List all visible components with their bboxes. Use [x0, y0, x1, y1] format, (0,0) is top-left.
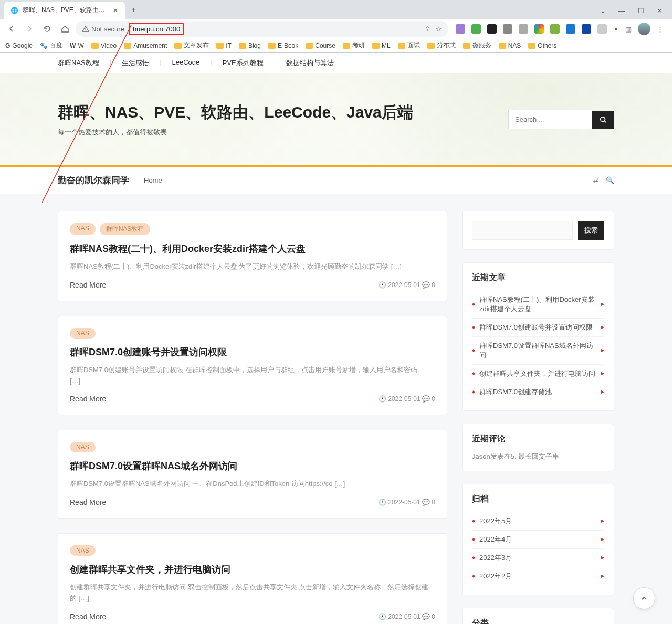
ext-icon[interactable] — [597, 24, 607, 34]
bookmark-item[interactable]: 分布式 — [427, 41, 456, 50]
bookmark-item[interactable]: Video — [91, 42, 117, 49]
list-item-label: 2022年2月 — [479, 572, 597, 581]
ext-icon[interactable] — [519, 24, 528, 34]
panel-icon[interactable]: ▥ — [625, 25, 632, 33]
brand-title: 勤奋的凯尔森同学 — [58, 174, 129, 186]
new-tab-button[interactable]: ＋ — [125, 1, 142, 19]
comment-item[interactable]: Jason发表在5. 最长回文子串 — [472, 452, 604, 461]
bookmark-item[interactable]: 微服务 — [463, 41, 491, 50]
svg-point-1 — [601, 117, 605, 121]
list-item[interactable]: ◆群晖DSM7.0创建账号并设置访问权限▶ — [472, 319, 604, 337]
post-title[interactable]: 创建群晖共享文件夹，并进行电脑访问 — [70, 563, 435, 576]
nav-home[interactable]: Home — [144, 176, 162, 184]
ext-icon[interactable] — [503, 24, 512, 34]
security-indicator[interactable]: Not secure — [82, 25, 124, 33]
post-title[interactable]: 群晖NAS教程(二十)、利用Docker安装zdir搭建个人云盘 — [70, 242, 435, 255]
sticky-bar: 勤奋的凯尔森同学 Home ⇄ 🔍 — [0, 167, 672, 194]
read-more-link[interactable]: Read More — [70, 498, 106, 506]
list-item[interactable]: ◆2022年4月▶ — [472, 531, 604, 549]
folder-icon — [216, 43, 224, 49]
close-window-icon[interactable]: ✕ — [657, 7, 663, 15]
post-meta: 🕐 2022-05-01 💬 0 — [379, 395, 435, 403]
ext-icon[interactable] — [471, 24, 481, 34]
chevron-down-icon[interactable]: ⌄ — [600, 7, 606, 15]
bookmark-item[interactable]: Blog — [239, 42, 261, 49]
menu-icon[interactable]: ⋮ — [657, 25, 664, 33]
bullet-icon: ◆ — [472, 555, 475, 560]
close-tab-icon[interactable]: ✕ — [112, 7, 119, 14]
list-item-label: 群晖NAS教程(二十)、利用Docker安装zdir搭建个人云盘 — [479, 295, 597, 314]
sidebar-search-input[interactable] — [472, 221, 573, 240]
bookmark-item[interactable]: GGoogle — [5, 42, 33, 49]
list-item-label: 2022年5月 — [479, 516, 597, 526]
topnav-item[interactable]: 数据结构与算法 — [286, 58, 334, 68]
minimize-icon[interactable]: — — [618, 7, 625, 15]
bookmark-item[interactable]: Course — [306, 42, 335, 49]
post-excerpt: 创建群晖共享文件夹，并进行电脑访问 双击控制面板，然后点击共享文件夹 点击新增，… — [70, 582, 435, 604]
list-item[interactable]: ◆2022年3月▶ — [472, 549, 604, 567]
star-icon[interactable]: ☆ — [436, 25, 442, 33]
profile-avatar[interactable] — [638, 23, 650, 35]
search-button[interactable] — [592, 111, 614, 129]
ext-icon[interactable] — [582, 24, 591, 34]
post-tag[interactable]: NAS — [70, 545, 96, 556]
folder-icon — [528, 43, 536, 49]
list-item[interactable]: ◆群晖NAS教程(二十)、利用Docker安装zdir搭建个人云盘▶ — [472, 291, 604, 319]
bookmark-item[interactable]: Amusement — [124, 42, 167, 49]
post-title[interactable]: 群晖DSM7.0设置群晖NAS域名外网访问 — [70, 460, 435, 472]
list-item[interactable]: ◆群晖DSM7.0设置群晖NAS域名外网访问▶ — [472, 337, 604, 365]
search-input[interactable] — [508, 110, 592, 129]
read-more-link[interactable]: Read More — [70, 395, 106, 403]
widget-title-recent: 近期文章 — [472, 272, 604, 283]
post-tag[interactable]: NAS — [70, 328, 96, 339]
bookmark-item[interactable]: NAS — [499, 42, 521, 49]
topnav-item[interactable]: 生活感悟 — [122, 58, 149, 68]
bookmark-item[interactable]: E-Book — [268, 42, 298, 49]
chevron-right-icon: ▶ — [601, 389, 604, 394]
random-icon[interactable]: ⇄ — [593, 176, 598, 184]
list-item[interactable]: ◆2022年2月▶ — [472, 567, 604, 585]
bookmark-item[interactable]: 面试 — [398, 41, 420, 50]
address-bar[interactable]: Not secure huerpu.cn:7000 ⇪ ☆ — [76, 21, 448, 37]
active-tab[interactable]: 🌐 群晖、NAS、PVE、软路由、Le… ✕ — [4, 2, 125, 19]
scroll-top-button[interactable] — [633, 587, 655, 609]
reload-button[interactable] — [40, 22, 55, 36]
ext-icon[interactable] — [456, 24, 465, 34]
ext-icon[interactable] — [550, 24, 560, 34]
maximize-icon[interactable]: ☐ — [638, 7, 644, 15]
topnav-item[interactable]: LeeCode — [172, 58, 200, 68]
list-item[interactable]: ◆2022年5月▶ — [472, 512, 604, 531]
topnav-item[interactable]: PVE系列教程 — [223, 58, 264, 68]
sidebar-search-button[interactable]: 搜索 — [578, 221, 604, 240]
share-icon[interactable]: ⇪ — [425, 25, 430, 33]
chevron-right-icon: ▶ — [601, 519, 604, 523]
home-button[interactable] — [58, 22, 72, 36]
ext-icon[interactable] — [534, 24, 544, 34]
content-area: NAS群晖NAS教程群晖NAS教程(二十)、利用Docker安装zdir搭建个人… — [0, 194, 672, 624]
bookmark-item[interactable]: ML — [372, 42, 391, 49]
read-more-link[interactable]: Read More — [70, 281, 106, 289]
bookmark-item[interactable]: Others — [528, 42, 556, 49]
read-more-link[interactable]: Read More — [70, 612, 106, 621]
ext-icon[interactable] — [566, 24, 575, 34]
bookmark-item[interactable]: WW — [70, 42, 84, 49]
list-item[interactable]: ◆创建群晖共享文件夹，并进行电脑访问▶ — [472, 365, 604, 383]
post-title[interactable]: 群晖DSM7.0创建账号并设置访问权限 — [70, 346, 435, 358]
post-tag[interactable]: 群晖NAS教程 — [100, 223, 151, 235]
main-column: NAS群晖NAS教程群晖NAS教程(二十)、利用Docker安装zdir搭建个人… — [58, 211, 447, 624]
bookmark-item[interactable]: IT — [216, 42, 232, 49]
list-item[interactable]: ◆群晖DSM7.0创建存储池▶ — [472, 383, 604, 401]
hero-title: 群晖、NAS、PVE、软路由、LeeCode、Java后端 — [58, 102, 413, 123]
topnav-item[interactable]: 群晖NAS教程 — [58, 58, 99, 68]
post-tag[interactable]: NAS — [70, 442, 96, 452]
post-tag[interactable]: NAS — [70, 223, 96, 235]
bookmark-item[interactable]: 🐾百度 — [40, 41, 62, 50]
forward-button[interactable] — [22, 22, 37, 36]
back-button[interactable] — [4, 22, 19, 36]
bullet-icon: ◆ — [472, 574, 475, 578]
bookmark-item[interactable]: 文章发布 — [174, 41, 209, 50]
search-icon[interactable]: 🔍 — [606, 176, 614, 184]
ext-icon[interactable] — [487, 24, 497, 34]
extensions-icon[interactable]: ✦ — [613, 25, 619, 33]
bookmark-item[interactable]: 考研 — [343, 41, 365, 50]
